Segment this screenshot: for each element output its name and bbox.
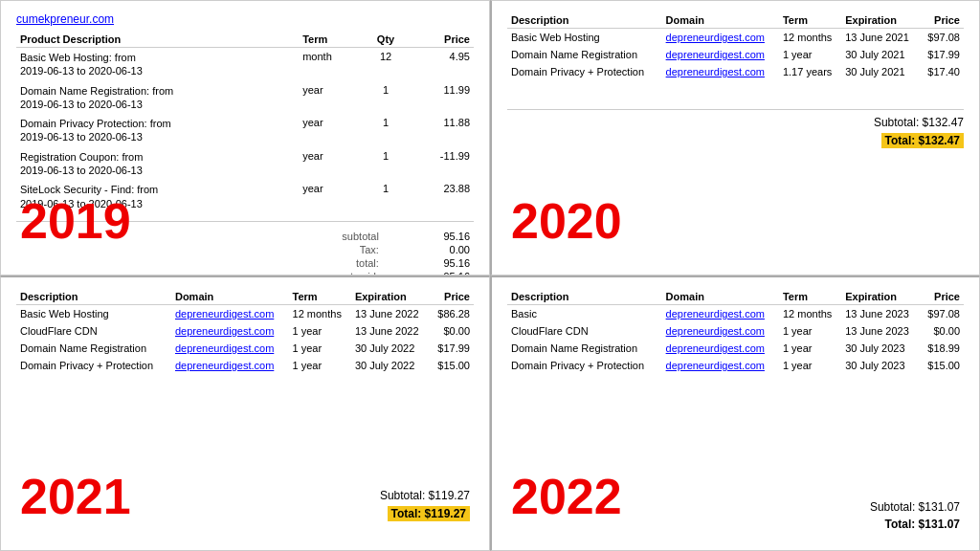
table-row: Registration Coupon: from2019-06-13 to 2… bbox=[16, 147, 474, 181]
row-qty: 1 bbox=[364, 180, 408, 213]
cell-2021: Description Domain Term Expiration Price… bbox=[0, 276, 490, 551]
table-row: CloudFlare CDN depreneurdigest.com 1 yea… bbox=[16, 322, 474, 340]
year-2022: 2022 bbox=[511, 472, 622, 521]
cell-2020: Description Domain Term Expiration Price… bbox=[490, 0, 980, 276]
domain-link[interactable]: depreneurdigest.com bbox=[666, 308, 765, 320]
row-desc: Domain Name Registration: from2019-06-13… bbox=[16, 81, 299, 115]
col-term-2021: Term bbox=[289, 289, 351, 305]
table-2019: Product Description Term Qty Price Basic… bbox=[16, 32, 474, 213]
row-desc: Domain Privacy + Protection bbox=[507, 63, 662, 80]
row-term: 1 year bbox=[289, 340, 351, 357]
col-price-2020: Price bbox=[920, 12, 964, 29]
col-term-2020: Term bbox=[779, 12, 841, 29]
row-qty: 12 bbox=[364, 48, 408, 81]
row-price: $17.99 bbox=[430, 340, 474, 357]
table-row: Domain Name Registration depreneurdigest… bbox=[507, 340, 964, 357]
col-domain-2020: Domain bbox=[662, 12, 779, 29]
subtotal-line-2022: Subtotal: $131.07 bbox=[870, 500, 960, 514]
subtotal-value: 95.16 bbox=[383, 230, 474, 243]
row-price: $0.00 bbox=[430, 322, 474, 340]
year-2020: 2020 bbox=[511, 196, 622, 246]
row-exp: 30 July 2023 bbox=[841, 357, 920, 374]
row-desc: Domain Privacy Protection: from2019-06-1… bbox=[16, 114, 299, 147]
row-exp: 13 June 2023 bbox=[841, 322, 920, 340]
tax-label: Tax: bbox=[199, 243, 383, 256]
domain-link[interactable]: depreneurdigest.com bbox=[666, 360, 765, 371]
domain-link[interactable]: depreneurdigest.com bbox=[666, 66, 765, 77]
table-row: Domain Name Registration depreneurdigest… bbox=[507, 46, 964, 63]
year-2021: 2021 bbox=[20, 472, 131, 521]
row-domain: depreneurdigest.com bbox=[662, 63, 779, 80]
domain-link[interactable]: depreneurdigest.com bbox=[666, 342, 765, 354]
tax-value: 0.00 bbox=[383, 243, 474, 256]
table-row: Domain Name Registration depreneurdigest… bbox=[16, 340, 474, 357]
row-desc: Basic Web Hosting: from2019-06-13 to 202… bbox=[16, 48, 299, 81]
subtotal-label-2020: Subtotal: $132.47 bbox=[874, 116, 964, 129]
row-domain: depreneurdigest.com bbox=[662, 46, 779, 63]
row-price: $97.08 bbox=[920, 305, 964, 323]
row-domain: depreneurdigest.com bbox=[662, 357, 779, 374]
table-row: Domain Name Registration: from2019-06-13… bbox=[16, 81, 474, 115]
row-term: 1.17 years bbox=[779, 63, 841, 80]
row-term: 1 year bbox=[779, 340, 841, 357]
subtotal-label: subtotal bbox=[199, 230, 383, 243]
row-domain: depreneurdigest.com bbox=[662, 322, 779, 340]
row-exp: 30 July 2021 bbox=[841, 63, 920, 80]
subtotal-line-2021: Subtotal: $119.27 bbox=[380, 489, 470, 502]
row-domain: depreneurdigest.com bbox=[171, 357, 289, 374]
domain-link[interactable]: depreneurdigest.com bbox=[666, 32, 765, 43]
domain-link[interactable]: depreneurdigest.com bbox=[666, 49, 765, 60]
row-desc: Basic Web Hosting bbox=[507, 29, 662, 47]
domain-link[interactable]: depreneurdigest.com bbox=[175, 342, 274, 354]
row-exp: 13 June 2021 bbox=[841, 29, 920, 47]
domain-link[interactable]: depreneurdigest.com bbox=[175, 308, 274, 320]
row-price: 11.88 bbox=[408, 114, 474, 147]
row-term: year bbox=[299, 81, 364, 115]
row-price: $15.00 bbox=[430, 357, 474, 374]
row-price: $86.28 bbox=[430, 305, 474, 323]
row-term: 12 months bbox=[289, 305, 351, 323]
row-domain: depreneurdigest.com bbox=[171, 322, 289, 340]
domain-link[interactable]: depreneurdigest.com bbox=[175, 325, 274, 337]
row-exp: 13 June 2022 bbox=[351, 322, 430, 340]
row-desc: Domain Privacy + Protection bbox=[507, 357, 662, 374]
row-desc: Domain Privacy + Protection bbox=[16, 357, 171, 374]
summary-row: subtotal 95.16 bbox=[199, 230, 474, 243]
table-row: Domain Privacy + Protection depreneurdig… bbox=[507, 63, 964, 80]
table-row: CloudFlare CDN depreneurdigest.com 1 yea… bbox=[507, 322, 964, 340]
col-exp-2020: Expiration bbox=[841, 12, 920, 29]
total-label-2021: Total: $119.27 bbox=[388, 506, 470, 521]
total-line-2021: Total: $119.27 bbox=[380, 506, 470, 521]
col-term-2022: Term bbox=[779, 289, 841, 305]
col-price-2022: Price bbox=[920, 289, 964, 305]
row-term: 12 months bbox=[779, 29, 841, 47]
site-link-2019[interactable]: cumekpreneur.com bbox=[16, 12, 114, 26]
table-row: Basic Web Hosting depreneurdigest.com 12… bbox=[16, 305, 474, 323]
row-term: 1 year bbox=[289, 357, 351, 374]
total-label-2020: Total: $132.47 bbox=[881, 133, 964, 148]
cell-2022: Description Domain Term Expiration Price… bbox=[490, 276, 980, 551]
row-exp: 30 July 2022 bbox=[351, 340, 430, 357]
summary-2019: subtotal 95.16 Tax: 0.00 total: 95.16 am… bbox=[199, 230, 474, 276]
subtotal-label-2022: Subtotal: $131.07 bbox=[870, 500, 960, 514]
row-desc: Registration Coupon: from2019-06-13 to 2… bbox=[16, 147, 299, 181]
domain-link[interactable]: depreneurdigest.com bbox=[666, 325, 765, 337]
subtotal-line-2020: Subtotal: $132.47 bbox=[507, 116, 964, 129]
row-domain: depreneurdigest.com bbox=[662, 29, 779, 47]
table-row: Domain Privacy Protection: from2019-06-1… bbox=[16, 114, 474, 147]
row-qty: 1 bbox=[364, 81, 408, 115]
row-desc: CloudFlare CDN bbox=[507, 322, 662, 340]
row-term: 1 year bbox=[779, 46, 841, 63]
row-desc: Domain Name Registration bbox=[16, 340, 171, 357]
row-price: $97.08 bbox=[920, 29, 964, 47]
row-term: year bbox=[299, 180, 364, 213]
row-term: year bbox=[299, 147, 364, 181]
row-qty: 1 bbox=[364, 147, 408, 181]
row-term: year bbox=[299, 114, 364, 147]
col-desc-2020: Description bbox=[507, 12, 662, 29]
summary-row: Tax: 0.00 bbox=[199, 243, 474, 256]
domain-link[interactable]: depreneurdigest.com bbox=[175, 360, 274, 371]
col-term-2019: Term bbox=[299, 32, 364, 48]
total-label-2022: Total: $131.07 bbox=[885, 518, 960, 531]
row-desc: Domain Name Registration bbox=[507, 340, 662, 357]
